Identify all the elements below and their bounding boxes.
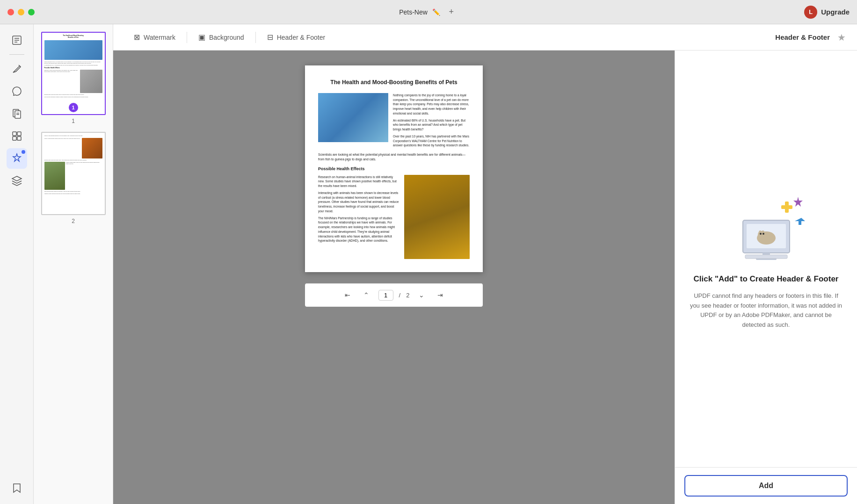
edit-title-icon[interactable]: ✏️: [432, 8, 440, 16]
sidebar-icon-annotate[interactable]: [7, 81, 27, 101]
last-page-button[interactable]: ⇥: [434, 289, 447, 301]
sidebar-icon-pen[interactable]: [7, 58, 27, 79]
minimize-button[interactable]: [18, 9, 24, 15]
right-panel-content: Click "Add" to Create Header & Footer UP…: [675, 50, 857, 467]
right-panel-footer: Add: [675, 467, 857, 504]
tab-header-footer[interactable]: ⊟ Header & Footer: [258, 29, 335, 45]
thumbnail-label-1: 1: [72, 118, 75, 124]
page-total: 2: [406, 292, 409, 299]
svg-marker-18: [793, 197, 803, 207]
star-icon[interactable]: ★: [837, 32, 846, 43]
thumbnail-item-2[interactable]: There's a long separate section for the …: [39, 132, 107, 224]
first-page-button[interactable]: ⇤: [341, 289, 354, 301]
svg-point-25: [763, 233, 764, 235]
page-1-section-para1: Research on human-animal interactions is…: [318, 175, 399, 188]
close-button[interactable]: [7, 9, 14, 15]
page-1-full-text: Scientists are looking at what the poten…: [318, 152, 470, 161]
background-icon: ▣: [198, 33, 205, 42]
sidebar-icon-organize[interactable]: [7, 126, 27, 146]
document-viewer: The Health and Mood-Boosting Benefits of…: [113, 50, 675, 504]
svg-rect-10: [13, 137, 16, 140]
page-1-para2: An estimated 68% of U.S. households have…: [393, 118, 470, 132]
page-1-cat-image: [318, 93, 388, 142]
page-1: The Health and Mood-Boosting Benefits of…: [305, 65, 483, 272]
header-footer-icon: ⊟: [267, 33, 273, 42]
main-area: The Health and Mood-BoostingBenefits of …: [0, 24, 857, 504]
svg-marker-19: [795, 218, 805, 225]
thumbnail-label-2: 2: [72, 218, 75, 224]
page-1-text-right: Nothing compares to the joy of coming ho…: [393, 93, 470, 148]
tab-watermark[interactable]: ⊠ Watermark: [124, 29, 185, 45]
svg-rect-17: [781, 205, 792, 209]
page-1-bottom-row: Research on human-animal interactions is…: [318, 175, 470, 259]
thumbnail-page-2[interactable]: There's a long separate section for the …: [41, 132, 106, 215]
user-avatar: L: [804, 6, 817, 19]
document-title: Pets-New: [399, 8, 428, 16]
page-1-para3: Over the past 10 years, NIH has partnere…: [393, 134, 470, 148]
sidebar-icon-reader[interactable]: [7, 30, 27, 50]
tab-background[interactable]: ▣ Background: [189, 29, 254, 45]
upgrade-button[interactable]: L Upgrade: [804, 6, 850, 19]
sidebar-icon-layers[interactable]: [7, 171, 27, 191]
right-panel-title: Click "Add" to Create Header & Footer: [694, 274, 839, 285]
page-badge-1: 1: [69, 103, 78, 112]
maximize-button[interactable]: [28, 9, 35, 15]
panel-title: Header & Footer: [775, 33, 830, 41]
tab-separator-1: [187, 32, 187, 43]
pagination-bar: ⇤ ⌃ 1 / 2 ⌄ ⇥: [305, 283, 483, 307]
toolbar: ⊠ Watermark ▣ Background ⊟ Header & Foot…: [113, 24, 857, 50]
page-1-section-title: Possible Health Effects: [318, 166, 470, 172]
page-number-input[interactable]: 1: [378, 290, 393, 301]
sidebar-left: [0, 24, 34, 504]
sidebar-divider-1: [9, 54, 24, 55]
page-1-top-row: Nothing compares to the joy of coming ho…: [318, 93, 470, 148]
svg-rect-9: [17, 132, 21, 136]
svg-rect-11: [17, 137, 21, 140]
doc-and-panel: The Health and Mood-Boosting Benefits of…: [113, 50, 857, 504]
svg-rect-26: [745, 255, 787, 259]
right-panel-description: UPDF cannot find any headers or footers …: [688, 291, 844, 330]
page-separator: /: [399, 292, 401, 299]
prev-page-button[interactable]: ⌃: [360, 289, 373, 301]
titlebar: Pets-New ✏️ + L Upgrade: [0, 0, 857, 24]
page-1-para1: Nothing compares to the joy of coming ho…: [393, 93, 470, 116]
thumbnail-panel: The Health and Mood-BoostingBenefits of …: [34, 24, 113, 504]
svg-rect-8: [13, 132, 16, 136]
page-1-section-para3: The NIH/Mars Partnership is funding a ra…: [318, 216, 399, 244]
next-page-button[interactable]: ⌄: [415, 289, 428, 301]
right-panel: Click "Add" to Create Header & Footer UP…: [675, 50, 857, 504]
sidebar-icon-pages[interactable]: [7, 103, 27, 124]
add-button[interactable]: Add: [684, 475, 848, 497]
page-1-section-text: Research on human-animal interactions is…: [318, 175, 399, 259]
sidebar-icon-tools[interactable]: [7, 148, 27, 169]
tab-separator-2: [255, 32, 256, 43]
watermark-icon: ⊠: [134, 33, 140, 42]
thumbnail-page-1[interactable]: The Health and Mood-BoostingBenefits of …: [41, 32, 106, 115]
page-1-title: The Health and Mood-Boosting Benefits of…: [318, 79, 470, 86]
illustration: [719, 187, 813, 262]
thumbnail-item-1[interactable]: The Health and Mood-BoostingBenefits of …: [39, 32, 107, 124]
traffic-lights: [7, 9, 35, 15]
content-area: ⊠ Watermark ▣ Background ⊟ Header & Foot…: [113, 24, 857, 504]
titlebar-center: Pets-New ✏️ +: [399, 6, 458, 19]
page-1-dog-image: [404, 175, 470, 259]
svg-point-24: [760, 233, 762, 235]
sidebar-icon-bookmark[interactable]: [7, 478, 27, 498]
page-1-section-para2: Interacting with animals has been shown …: [318, 191, 399, 214]
new-tab-button[interactable]: +: [445, 6, 458, 19]
